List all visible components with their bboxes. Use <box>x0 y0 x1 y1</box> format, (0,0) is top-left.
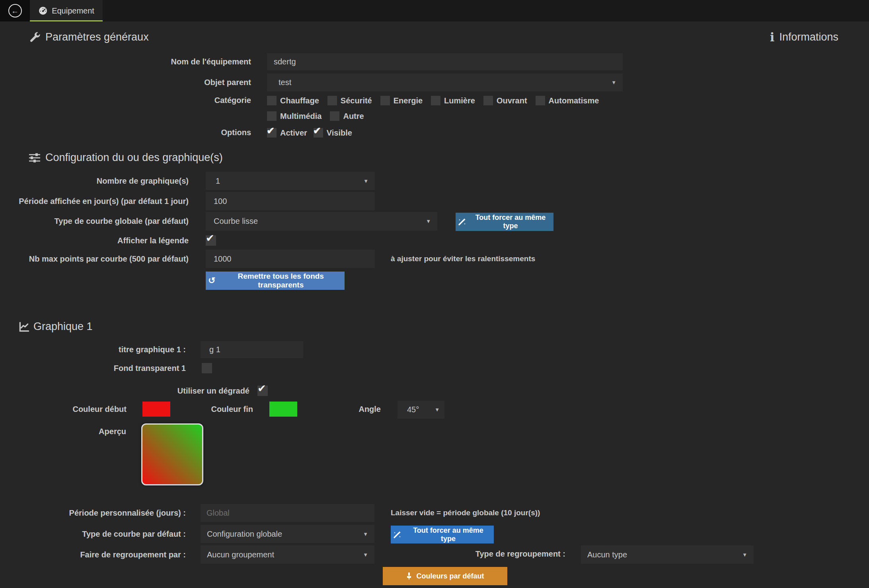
equipment-name-input[interactable] <box>267 53 623 70</box>
checkbox-label: Activer <box>280 128 307 138</box>
reset-transparent-backgrounds-button[interactable]: ↺ Remettre tous les fonds transparents <box>206 272 345 290</box>
category-row-1: ✔Chauffage ✔Sécurité ✔Energie ✔Lumière ✔… <box>267 96 599 105</box>
custom-period-label: Période personnalisée (jours) : <box>0 508 186 518</box>
checkbox[interactable]: ✔ <box>327 96 337 105</box>
group-by-label: Faire de regroupement par : <box>0 550 186 559</box>
checkbox[interactable]: ✔ <box>431 96 440 105</box>
color-start-label: Couleur début <box>0 405 127 414</box>
option-activer[interactable]: ✔Activer <box>267 128 307 138</box>
checkbox-label: Visible <box>327 128 352 138</box>
default-colors-button[interactable]: Couleurs par défaut <box>383 567 507 585</box>
paint-brush-icon <box>406 572 412 580</box>
display-period-input[interactable] <box>206 192 375 210</box>
graph-count-value: 1 <box>216 177 220 186</box>
check-icon: ✔ <box>206 232 214 245</box>
checkbox-label: Automatisme <box>549 96 599 105</box>
checkbox-label: Ouvrant <box>497 96 527 105</box>
max-points-note: à ajuster pour éviter les ralentissement… <box>391 254 535 263</box>
max-points-input[interactable] <box>206 250 375 268</box>
graph-config-section-header: Configuration du ou des graphique(s) <box>29 151 223 164</box>
color-end-label: Couleur fin <box>159 405 253 414</box>
group-type-select[interactable]: Aucun type ▼ <box>581 545 754 564</box>
category-autre[interactable]: ✔Autre <box>330 111 364 121</box>
checkbox-label: Lumière <box>444 96 475 105</box>
chevron-down-icon: ▼ <box>611 80 616 85</box>
section-title: Configuration du ou des graphique(s) <box>45 151 223 164</box>
group-by-value: Aucun groupement <box>207 550 274 559</box>
button-label: Remettre tous les fonds transparents <box>219 272 342 289</box>
magic-wand-icon <box>393 531 401 539</box>
category-securite[interactable]: ✔Sécurité <box>327 96 372 105</box>
chevron-down-icon: ▼ <box>426 218 431 224</box>
global-curve-type-value: Courbe lisse <box>214 217 258 226</box>
angle-select[interactable]: 45° ▼ <box>397 401 444 419</box>
checkbox[interactable]: ✔ <box>267 96 277 105</box>
show-legend-checkbox[interactable]: ✔ <box>206 235 216 246</box>
wrench-icon <box>29 31 41 43</box>
color-end-swatch[interactable] <box>269 402 297 417</box>
use-gradient-checkbox[interactable]: ✔ <box>257 386 268 396</box>
option-visible[interactable]: ✔Visible <box>314 128 352 138</box>
checkbox[interactable]: ✔ <box>314 128 323 138</box>
line-chart-icon <box>18 321 30 333</box>
chevron-down-icon: ▼ <box>434 407 440 413</box>
checkbox[interactable]: ✔ <box>536 96 545 105</box>
force-same-type-button-graph1[interactable]: Tout forcer au même type <box>391 526 494 543</box>
graph1-section-header: Graphique 1 <box>18 320 93 333</box>
custom-period-note: Laisser vide = période globale (10 jour(… <box>391 508 540 517</box>
transparent-bg-checkbox[interactable]: ✔ <box>202 363 212 373</box>
graph1-title-input[interactable] <box>201 341 303 358</box>
section-title: Paramètres généraux <box>45 31 149 43</box>
chevron-down-icon: ▼ <box>363 531 368 537</box>
curve-type-select[interactable]: Configuration globale ▼ <box>201 525 374 543</box>
global-curve-type-select[interactable]: Courbe lisse ▼ <box>206 212 437 231</box>
parent-object-label: Objet parent <box>0 78 251 87</box>
checkbox[interactable]: ✔ <box>267 111 277 121</box>
category-energie[interactable]: ✔Energie <box>380 96 423 105</box>
checkbox-label: Autre <box>343 112 364 121</box>
section-title: Graphique 1 <box>33 320 93 333</box>
category-lumiere[interactable]: ✔Lumière <box>431 96 475 105</box>
info-icon: i <box>770 31 774 43</box>
active-tab-underline <box>30 20 103 21</box>
arrow-left-circle-icon: ← <box>8 4 22 17</box>
checkbox[interactable]: ✔ <box>267 128 277 138</box>
group-by-select[interactable]: Aucun groupement ▼ <box>201 545 374 564</box>
group-type-value: Aucun type <box>587 550 627 559</box>
category-row-2: ✔Multimédia ✔Autre <box>267 111 364 121</box>
checkbox[interactable]: ✔ <box>380 96 390 105</box>
informations-link[interactable]: i Informations <box>770 31 838 43</box>
sliders-icon <box>29 153 41 163</box>
check-icon: ✔ <box>267 125 275 136</box>
checkbox[interactable]: ✔ <box>483 96 493 105</box>
category-ouvrant[interactable]: ✔Ouvrant <box>483 96 527 105</box>
equipment-config-page: ← Equipement Paramètres généraux i Infor… <box>0 0 869 588</box>
category-chauffage[interactable]: ✔Chauffage <box>267 96 319 105</box>
informations-label: Informations <box>779 31 838 43</box>
button-label: Tout forcer au même type <box>470 213 551 230</box>
check-icon: ✔ <box>313 125 321 136</box>
tab-label: Equipement <box>52 6 94 16</box>
back-button[interactable]: ← <box>0 0 30 21</box>
gauge-icon <box>38 6 48 16</box>
checkbox-label: Multimédia <box>280 112 321 121</box>
checkbox[interactable]: ✔ <box>330 111 339 121</box>
custom-period-input[interactable] <box>201 504 374 522</box>
checkbox-label: Sécurité <box>341 96 372 105</box>
checkbox-label: Energie <box>394 96 423 105</box>
category-automatisme[interactable]: ✔Automatisme <box>536 96 599 105</box>
options-row: ✔Activer ✔Visible <box>267 128 352 138</box>
category-multimedia[interactable]: ✔Multimédia <box>267 111 321 121</box>
display-period-label: Période affichée en jour(s) (par défaut … <box>0 197 189 206</box>
tab-equipement[interactable]: Equipement <box>30 0 103 21</box>
angle-label: Angle <box>298 405 381 414</box>
preview-label: Aperçu <box>0 427 126 436</box>
force-same-type-button[interactable]: Tout forcer au même type <box>456 213 553 231</box>
angle-value: 45° <box>407 405 419 414</box>
graph-count-select[interactable]: 1 ▼ <box>206 172 375 190</box>
category-label: Catégorie <box>0 96 251 105</box>
check-icon: ✔ <box>257 382 266 395</box>
general-section-header: Paramètres généraux <box>29 31 149 43</box>
checkbox-label: Chauffage <box>280 96 319 105</box>
parent-object-select[interactable]: test ▼ <box>267 74 623 91</box>
